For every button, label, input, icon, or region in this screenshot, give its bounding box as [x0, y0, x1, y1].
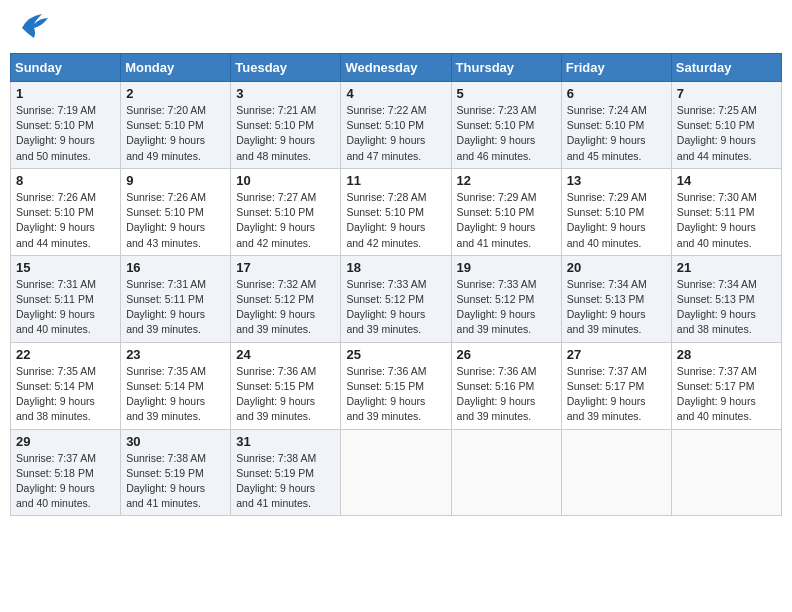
calendar-table: SundayMondayTuesdayWednesdayThursdayFrid…	[10, 53, 782, 516]
day-info: Sunrise: 7:36 AM Sunset: 5:16 PM Dayligh…	[457, 364, 556, 425]
day-number: 17	[236, 260, 335, 275]
day-number: 8	[16, 173, 115, 188]
day-number: 26	[457, 347, 556, 362]
day-number: 4	[346, 86, 445, 101]
day-info: Sunrise: 7:25 AM Sunset: 5:10 PM Dayligh…	[677, 103, 776, 164]
day-number: 27	[567, 347, 666, 362]
day-number: 25	[346, 347, 445, 362]
day-info: Sunrise: 7:26 AM Sunset: 5:10 PM Dayligh…	[126, 190, 225, 251]
day-number: 19	[457, 260, 556, 275]
calendar-cell: 31Sunrise: 7:38 AM Sunset: 5:19 PM Dayli…	[231, 429, 341, 516]
calendar-cell: 26Sunrise: 7:36 AM Sunset: 5:16 PM Dayli…	[451, 342, 561, 429]
day-info: Sunrise: 7:37 AM Sunset: 5:18 PM Dayligh…	[16, 451, 115, 512]
day-info: Sunrise: 7:36 AM Sunset: 5:15 PM Dayligh…	[236, 364, 335, 425]
day-number: 21	[677, 260, 776, 275]
day-info: Sunrise: 7:31 AM Sunset: 5:11 PM Dayligh…	[126, 277, 225, 338]
day-info: Sunrise: 7:37 AM Sunset: 5:17 PM Dayligh…	[567, 364, 666, 425]
calendar-cell: 29Sunrise: 7:37 AM Sunset: 5:18 PM Dayli…	[11, 429, 121, 516]
calendar-cell: 27Sunrise: 7:37 AM Sunset: 5:17 PM Dayli…	[561, 342, 671, 429]
weekday-header-saturday: Saturday	[671, 54, 781, 82]
calendar-cell: 20Sunrise: 7:34 AM Sunset: 5:13 PM Dayli…	[561, 255, 671, 342]
calendar-cell: 14Sunrise: 7:30 AM Sunset: 5:11 PM Dayli…	[671, 168, 781, 255]
calendar-cell: 1Sunrise: 7:19 AM Sunset: 5:10 PM Daylig…	[11, 82, 121, 169]
weekday-header-monday: Monday	[121, 54, 231, 82]
day-info: Sunrise: 7:30 AM Sunset: 5:11 PM Dayligh…	[677, 190, 776, 251]
calendar-cell: 9Sunrise: 7:26 AM Sunset: 5:10 PM Daylig…	[121, 168, 231, 255]
day-info: Sunrise: 7:35 AM Sunset: 5:14 PM Dayligh…	[16, 364, 115, 425]
day-number: 14	[677, 173, 776, 188]
weekday-header-tuesday: Tuesday	[231, 54, 341, 82]
day-info: Sunrise: 7:34 AM Sunset: 5:13 PM Dayligh…	[677, 277, 776, 338]
day-info: Sunrise: 7:33 AM Sunset: 5:12 PM Dayligh…	[346, 277, 445, 338]
day-number: 16	[126, 260, 225, 275]
calendar-week-row: 29Sunrise: 7:37 AM Sunset: 5:18 PM Dayli…	[11, 429, 782, 516]
day-info: Sunrise: 7:21 AM Sunset: 5:10 PM Dayligh…	[236, 103, 335, 164]
day-number: 6	[567, 86, 666, 101]
day-number: 23	[126, 347, 225, 362]
weekday-header-friday: Friday	[561, 54, 671, 82]
day-info: Sunrise: 7:20 AM Sunset: 5:10 PM Dayligh…	[126, 103, 225, 164]
calendar-cell: 5Sunrise: 7:23 AM Sunset: 5:10 PM Daylig…	[451, 82, 561, 169]
calendar-cell: 6Sunrise: 7:24 AM Sunset: 5:10 PM Daylig…	[561, 82, 671, 169]
calendar-cell: 12Sunrise: 7:29 AM Sunset: 5:10 PM Dayli…	[451, 168, 561, 255]
day-number: 12	[457, 173, 556, 188]
day-number: 1	[16, 86, 115, 101]
calendar-cell: 19Sunrise: 7:33 AM Sunset: 5:12 PM Dayli…	[451, 255, 561, 342]
weekday-header-sunday: Sunday	[11, 54, 121, 82]
day-number: 18	[346, 260, 445, 275]
day-number: 28	[677, 347, 776, 362]
day-number: 9	[126, 173, 225, 188]
day-info: Sunrise: 7:29 AM Sunset: 5:10 PM Dayligh…	[567, 190, 666, 251]
calendar-cell: 15Sunrise: 7:31 AM Sunset: 5:11 PM Dayli…	[11, 255, 121, 342]
calendar-cell: 13Sunrise: 7:29 AM Sunset: 5:10 PM Dayli…	[561, 168, 671, 255]
calendar-cell: 21Sunrise: 7:34 AM Sunset: 5:13 PM Dayli…	[671, 255, 781, 342]
day-number: 11	[346, 173, 445, 188]
day-info: Sunrise: 7:24 AM Sunset: 5:10 PM Dayligh…	[567, 103, 666, 164]
day-number: 7	[677, 86, 776, 101]
weekday-header-row: SundayMondayTuesdayWednesdayThursdayFrid…	[11, 54, 782, 82]
calendar-cell: 28Sunrise: 7:37 AM Sunset: 5:17 PM Dayli…	[671, 342, 781, 429]
calendar-cell: 4Sunrise: 7:22 AM Sunset: 5:10 PM Daylig…	[341, 82, 451, 169]
calendar-cell: 25Sunrise: 7:36 AM Sunset: 5:15 PM Dayli…	[341, 342, 451, 429]
calendar-cell	[341, 429, 451, 516]
calendar-week-row: 1Sunrise: 7:19 AM Sunset: 5:10 PM Daylig…	[11, 82, 782, 169]
day-info: Sunrise: 7:29 AM Sunset: 5:10 PM Dayligh…	[457, 190, 556, 251]
calendar-cell: 23Sunrise: 7:35 AM Sunset: 5:14 PM Dayli…	[121, 342, 231, 429]
day-number: 24	[236, 347, 335, 362]
day-info: Sunrise: 7:32 AM Sunset: 5:12 PM Dayligh…	[236, 277, 335, 338]
day-info: Sunrise: 7:34 AM Sunset: 5:13 PM Dayligh…	[567, 277, 666, 338]
day-number: 22	[16, 347, 115, 362]
day-number: 10	[236, 173, 335, 188]
calendar-cell: 22Sunrise: 7:35 AM Sunset: 5:14 PM Dayli…	[11, 342, 121, 429]
day-number: 2	[126, 86, 225, 101]
calendar-week-row: 22Sunrise: 7:35 AM Sunset: 5:14 PM Dayli…	[11, 342, 782, 429]
calendar-cell: 8Sunrise: 7:26 AM Sunset: 5:10 PM Daylig…	[11, 168, 121, 255]
calendar-cell: 24Sunrise: 7:36 AM Sunset: 5:15 PM Dayli…	[231, 342, 341, 429]
calendar-cell: 30Sunrise: 7:38 AM Sunset: 5:19 PM Dayli…	[121, 429, 231, 516]
calendar-cell	[561, 429, 671, 516]
page-header	[10, 10, 782, 47]
calendar-cell: 7Sunrise: 7:25 AM Sunset: 5:10 PM Daylig…	[671, 82, 781, 169]
day-info: Sunrise: 7:37 AM Sunset: 5:17 PM Dayligh…	[677, 364, 776, 425]
day-number: 29	[16, 434, 115, 449]
weekday-header-thursday: Thursday	[451, 54, 561, 82]
calendar-cell	[451, 429, 561, 516]
calendar-cell: 3Sunrise: 7:21 AM Sunset: 5:10 PM Daylig…	[231, 82, 341, 169]
day-number: 31	[236, 434, 335, 449]
day-info: Sunrise: 7:31 AM Sunset: 5:11 PM Dayligh…	[16, 277, 115, 338]
day-number: 15	[16, 260, 115, 275]
calendar-cell: 16Sunrise: 7:31 AM Sunset: 5:11 PM Dayli…	[121, 255, 231, 342]
day-info: Sunrise: 7:28 AM Sunset: 5:10 PM Dayligh…	[346, 190, 445, 251]
calendar-cell	[671, 429, 781, 516]
calendar-week-row: 8Sunrise: 7:26 AM Sunset: 5:10 PM Daylig…	[11, 168, 782, 255]
day-info: Sunrise: 7:22 AM Sunset: 5:10 PM Dayligh…	[346, 103, 445, 164]
day-number: 30	[126, 434, 225, 449]
calendar-header: SundayMondayTuesdayWednesdayThursdayFrid…	[11, 54, 782, 82]
day-info: Sunrise: 7:35 AM Sunset: 5:14 PM Dayligh…	[126, 364, 225, 425]
day-number: 3	[236, 86, 335, 101]
weekday-header-wednesday: Wednesday	[341, 54, 451, 82]
day-info: Sunrise: 7:19 AM Sunset: 5:10 PM Dayligh…	[16, 103, 115, 164]
day-number: 13	[567, 173, 666, 188]
day-info: Sunrise: 7:38 AM Sunset: 5:19 PM Dayligh…	[236, 451, 335, 512]
day-info: Sunrise: 7:38 AM Sunset: 5:19 PM Dayligh…	[126, 451, 225, 512]
